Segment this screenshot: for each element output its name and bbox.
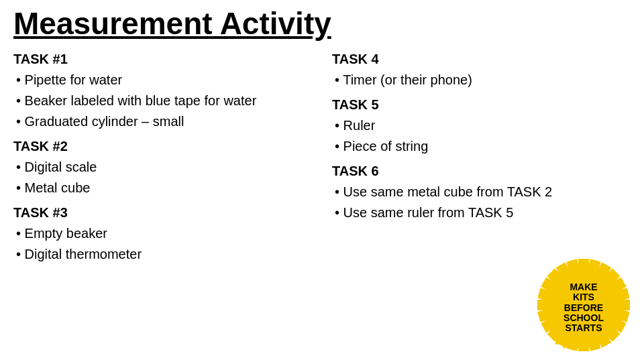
- starburst-shape: MAKE KITS BEFORE SCHOOL STARTS: [537, 259, 630, 351]
- task4-item-1: • Timer (or their phone): [335, 70, 631, 90]
- task3-item-1: • Empty beaker: [16, 223, 312, 244]
- task5-item-2: • Piece of string: [335, 136, 631, 157]
- badge-overlay: MAKE KITS BEFORE SCHOOL STARTS: [537, 258, 631, 352]
- task2-label: TASK #2: [13, 136, 312, 157]
- task2-item-2: • Metal cube: [16, 178, 312, 198]
- left-column: TASK #1 • Pipette for water • Beaker lab…: [13, 49, 312, 265]
- svg-text:BEFORE: BEFORE: [564, 302, 603, 313]
- task6-label: TASK 6: [332, 161, 631, 182]
- task1-item-3: • Graduated cylinder – small: [16, 111, 312, 132]
- task6-item-1: • Use same metal cube from TASK 2: [335, 182, 631, 202]
- task3-item-2: • Digital thermometer: [16, 244, 312, 265]
- page: Measurement Activity TASK #1 • Pipette f…: [0, 0, 644, 362]
- svg-text:MAKE: MAKE: [570, 282, 597, 292]
- task1-label: TASK #1: [13, 49, 312, 70]
- badge-container: MAKE KITS BEFORE SCHOOL STARTS: [537, 258, 631, 352]
- task4-label: TASK 4: [332, 49, 631, 70]
- task3-label: TASK #3: [13, 202, 312, 223]
- task6-item-2: • Use same ruler from TASK 5: [335, 202, 631, 223]
- page-title: Measurement Activity: [13, 7, 631, 41]
- task1-item-2: • Beaker labeled with blue tape for wate…: [16, 90, 312, 111]
- content-area: TASK #1 • Pipette for water • Beaker lab…: [13, 49, 631, 265]
- svg-text:KITS: KITS: [573, 292, 594, 302]
- svg-text:STARTS: STARTS: [566, 322, 602, 333]
- task5-label: TASK 5: [332, 95, 631, 115]
- right-column: TASK 4 • Timer (or their phone) TASK 5 •…: [332, 49, 631, 265]
- svg-text:SCHOOL: SCHOOL: [564, 312, 604, 323]
- task1-item-1: • Pipette for water: [16, 70, 312, 90]
- task5-item-1: • Ruler: [335, 115, 631, 136]
- task2-item-1: • Digital scale: [16, 157, 312, 178]
